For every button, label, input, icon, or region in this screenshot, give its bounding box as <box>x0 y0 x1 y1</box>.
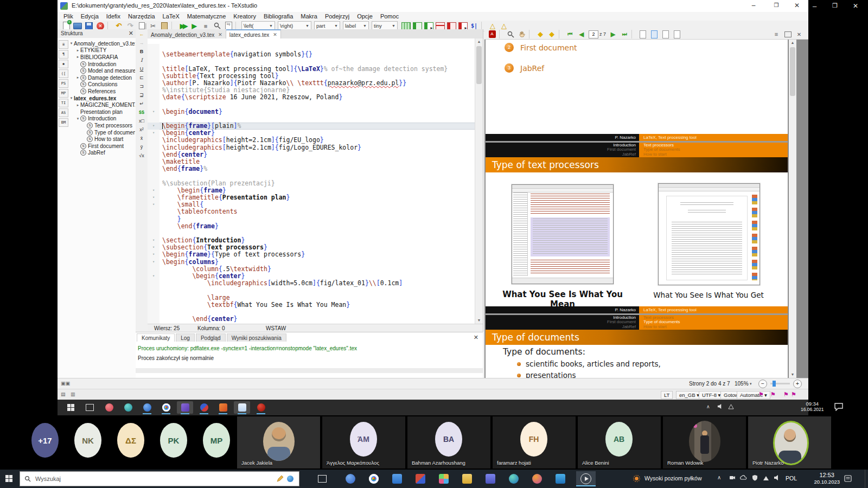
expand-icon[interactable]: ▸ <box>75 48 80 53</box>
participant-tile-roman-wdowik[interactable]: Roman Wdowik <box>663 416 746 468</box>
last-green-icon[interactable]: ⏭ <box>619 30 630 39</box>
messages-tab-wyniki-poszukiwania[interactable]: Wyniki poszukiwania <box>227 333 286 342</box>
menu-matematyczne[interactable]: Matematyczne <box>183 13 230 20</box>
fold-marker-icon[interactable]: ▾ <box>148 273 159 280</box>
fold-marker-icon[interactable]: ▾ <box>148 194 159 201</box>
menu-latex[interactable]: LaTeX <box>159 13 183 20</box>
structure-strip-button-3[interactable]: ✱ <box>59 60 68 68</box>
page-layout-icon-a[interactable]: ▣▣ <box>61 381 70 386</box>
close-small-icon[interactable]: ✕ <box>794 30 805 39</box>
zoom-slider-handle[interactable] <box>773 381 776 387</box>
tree-item-references[interactable]: SReferences <box>69 88 135 95</box>
tray-cloud-icon[interactable] <box>740 474 747 481</box>
format-bold[interactable]: B <box>137 48 146 55</box>
participant-tile-faramarz-hojati[interactable]: FHfaramarz hojati <box>493 416 576 468</box>
fold-marker-icon[interactable]: ▾ <box>148 201 159 208</box>
taskbar-chrome-icon[interactable] <box>364 471 384 486</box>
structure-strip-button-2[interactable]: ¶ <box>59 50 68 59</box>
shared-start-button[interactable] <box>63 401 79 414</box>
tree-item-etykiety[interactable]: ▸ETYKIETY <box>69 47 135 54</box>
tray-network-icon[interactable] <box>763 474 769 481</box>
tree-item-damage-detection[interactable]: ▸SDamage detection <box>69 74 135 81</box>
tree-item-how-to-start[interactable]: SHow to start <box>69 136 135 143</box>
shared-app-acrobat-icon[interactable] <box>253 401 269 414</box>
shared-network-icon[interactable] <box>728 403 734 409</box>
pdf-scroll-down-icon[interactable]: ▼ <box>789 371 796 378</box>
structure-strip-button-5[interactable]: PS <box>59 79 68 88</box>
taskbar-mail-icon[interactable] <box>387 471 407 486</box>
messages-tab-log[interactable]: Log <box>176 333 195 342</box>
shared-app-blue-red-icon[interactable] <box>196 401 212 414</box>
first-green-icon[interactable]: ⏮ <box>565 30 576 39</box>
fold-marker-icon[interactable]: ▾ <box>148 130 159 137</box>
scroll-up-icon[interactable]: ▲ <box>475 38 483 45</box>
code-line-39[interactable]: \end{center} <box>148 316 475 323</box>
messages-close-icon[interactable]: ✕ <box>474 334 478 341</box>
tab-anomaly-detection-v3-tex[interactable]: Anomaly_detection_v3.tex✕ <box>148 29 226 39</box>
tab-latex-edures-tex[interactable]: latex_edures.tex✕ <box>226 29 281 39</box>
bookmark-flag-icon-1[interactable]: ⚑ <box>758 391 764 398</box>
taskbar-firefox-icon[interactable] <box>527 471 547 486</box>
shared-app-blue-icon[interactable] <box>139 401 155 414</box>
find-icon[interactable] <box>505 30 516 39</box>
outer-close-button[interactable]: ✕ <box>853 2 858 10</box>
tree-item-first-document[interactable]: SFirst document <box>69 143 135 150</box>
shared-app-texstudio-icon[interactable] <box>234 401 250 414</box>
shared-task-view-icon[interactable] <box>81 401 98 414</box>
back-yellow-icon[interactable]: ◆ <box>535 30 546 39</box>
pdf-scroll-thumb[interactable] <box>790 47 795 96</box>
taskbar-edge-icon[interactable] <box>504 471 524 486</box>
layout-page-icon[interactable] <box>637 30 648 39</box>
bookmark-flag-icon-2[interactable]: ⚑ <box>770 391 776 398</box>
taskbar-media-player-icon[interactable] <box>576 471 596 486</box>
acrobat-icon[interactable]: A <box>487 30 497 39</box>
search-input[interactable]: Wyszukaj <box>20 471 299 486</box>
pdf-page-area[interactable]: 2First document3JabRefP. NazarkoLaTeX, T… <box>486 40 788 378</box>
format-align-center[interactable]: ⊐ <box>137 82 146 90</box>
messages-tab-komunikaty[interactable]: Komunikaty <box>137 333 175 342</box>
close-button[interactable]: ✕ <box>789 0 805 11</box>
status-lt[interactable]: LT <box>661 391 673 399</box>
format-undo[interactable]: ← <box>137 30 146 38</box>
page-icon-a[interactable]: ▤ <box>61 391 66 397</box>
menu-bibliografia[interactable]: Bibliografia <box>260 13 297 20</box>
page-icon-b[interactable]: ▥ <box>71 391 75 397</box>
menu-idefix[interactable]: Idefix <box>103 13 124 20</box>
code-line-37[interactable]: \textbf{What You See Is What You Mean} <box>148 301 475 309</box>
zoom-slider[interactable] <box>770 383 790 384</box>
code-line-2[interactable]: \setbeamertemplate{navigation symbols}{} <box>148 51 475 58</box>
fold-marker-icon[interactable]: ▾ <box>148 108 159 115</box>
shared-app-orange-grid-icon[interactable] <box>215 401 231 414</box>
code-line-18[interactable]: \end{frame}% <box>148 165 475 172</box>
code-line-8[interactable]: \date{\scriptsize 16 June 2021, Rzeszow,… <box>148 94 475 101</box>
menu-opcje[interactable]: Opcje <box>353 13 376 20</box>
pdf-scroll-up-icon[interactable]: ▲ <box>789 40 796 46</box>
bookmark-flag-icon-4[interactable]: ⚑ <box>791 391 796 398</box>
taskbar-photos-icon[interactable] <box>434 471 454 486</box>
tree-item-type-of-documents[interactable]: SType of documents <box>69 129 135 136</box>
taskbar-explorer-icon[interactable] <box>457 471 477 486</box>
next-green-icon[interactable]: ▶ <box>608 30 618 39</box>
chat-bubble-icon[interactable] <box>834 402 844 411</box>
zoom-dropdown-icon[interactable]: ▾ <box>750 382 752 386</box>
pdf-zoom-level[interactable]: 105% <box>735 381 749 387</box>
tree-item-jabref[interactable]: SJabRef <box>69 150 135 157</box>
shared-app-teal-icon[interactable] <box>120 401 136 414</box>
fold-marker-icon[interactable]: ▾ <box>148 187 159 194</box>
scroll-thumb[interactable] <box>476 46 482 84</box>
tree-item-introduction[interactable]: SIntroduction <box>69 61 135 68</box>
shared-volume-icon[interactable] <box>717 403 723 409</box>
bookmark-flag-icon-3[interactable]: ⚑ <box>783 391 789 398</box>
tree-item-bibliografia[interactable]: ▸BIBLIOGRAFIA <box>69 54 135 61</box>
tray-chevron-icon[interactable]: ∧ <box>717 474 721 480</box>
format-align-left[interactable]: ⊏ <box>137 74 146 81</box>
code-line-10[interactable]: ▾\begin{document} <box>148 108 475 115</box>
code-line-26[interactable]: \end{frame} <box>148 223 475 230</box>
status-automatic[interactable]: Automatic ▾ <box>737 391 770 399</box>
tree-item-presentation-plan[interactable]: Presentation plan <box>69 108 135 115</box>
pollen-sun-icon[interactable] <box>633 474 641 483</box>
task-view-icon[interactable] <box>312 471 332 486</box>
outer-minimize-button[interactable]: – <box>813 2 816 10</box>
participant-tile-piotr-nazarko[interactable]: Piotr Nazarko <box>748 416 831 468</box>
minimize-button[interactable]: – <box>745 0 762 11</box>
